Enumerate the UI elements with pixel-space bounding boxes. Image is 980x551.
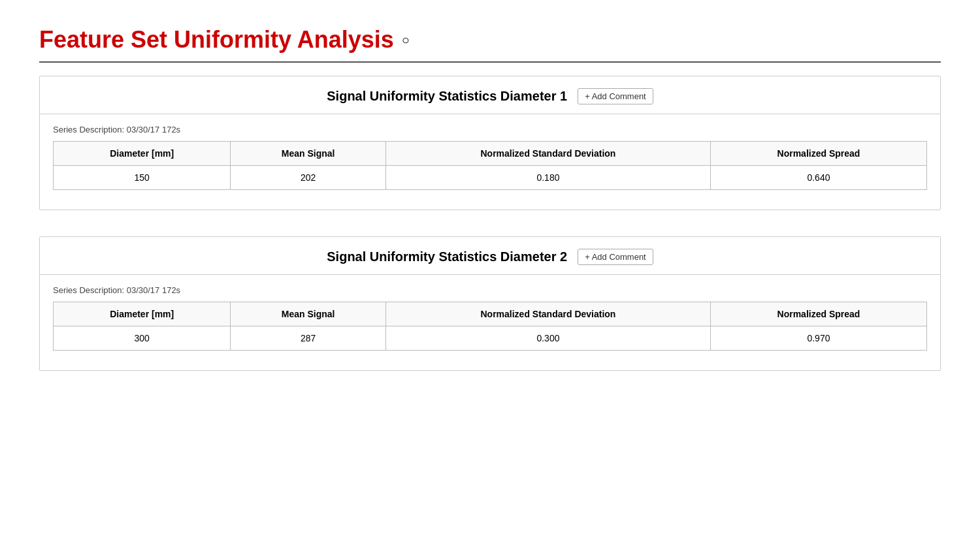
col-header-diameter-2: Diameter [mm]	[54, 302, 231, 326]
series-description-2: Series Description: 03/30/17 172s	[40, 285, 940, 295]
col-header-norm-std-1: Normalized Standard Deviation	[385, 142, 710, 166]
section-1-title: Signal Uniformity Statistics Diameter 1	[327, 89, 567, 104]
col-header-norm-spread-1: Normalized Spread	[710, 142, 926, 166]
section-2-title: Signal Uniformity Statistics Diameter 2	[327, 249, 567, 264]
cell-norm-std-1-row1: 0.180	[385, 166, 710, 190]
cell-mean-signal-1-row1: 202	[231, 166, 386, 190]
cell-diameter-1-row1: 150	[54, 166, 231, 190]
series-description-1: Series Description: 03/30/17 172s	[40, 125, 940, 134]
col-header-diameter-1: Diameter [mm]	[54, 142, 231, 166]
col-header-norm-spread-2: Normalized Spread	[710, 302, 926, 326]
section-diameter-2: Signal Uniformity Statistics Diameter 2 …	[39, 236, 941, 371]
add-comment-button-1[interactable]: + Add Comment	[578, 88, 653, 104]
table-1: Diameter [mm] Mean Signal Normalized Sta…	[53, 141, 927, 190]
section-2-header: Signal Uniformity Statistics Diameter 2 …	[40, 237, 940, 275]
table-1-header-row: Diameter [mm] Mean Signal Normalized Sta…	[54, 142, 927, 166]
table-row: 150 202 0.180 0.640	[54, 166, 927, 190]
page-title: Feature Set Uniformity Analysis	[39, 26, 394, 54]
table-2: Diameter [mm] Mean Signal Normalized Sta…	[53, 302, 927, 351]
section-diameter-1: Signal Uniformity Statistics Diameter 1 …	[39, 76, 941, 210]
title-circle-icon: ○	[402, 33, 410, 48]
add-comment-button-2[interactable]: + Add Comment	[578, 249, 653, 265]
cell-diameter-2-row1: 300	[54, 326, 231, 351]
cell-norm-spread-2-row1: 0.970	[710, 326, 926, 351]
col-header-norm-std-2: Normalized Standard Deviation	[385, 302, 710, 326]
cell-norm-std-2-row1: 0.300	[385, 326, 710, 351]
cell-mean-signal-2-row1: 287	[231, 326, 386, 351]
table-2-header-row: Diameter [mm] Mean Signal Normalized Sta…	[54, 302, 927, 326]
col-header-mean-signal-1: Mean Signal	[231, 142, 386, 166]
cell-norm-spread-1-row1: 0.640	[710, 166, 926, 190]
col-header-mean-signal-2: Mean Signal	[231, 302, 386, 326]
page-title-row: Feature Set Uniformity Analysis ○	[39, 26, 941, 54]
top-divider	[39, 61, 941, 63]
section-1-header: Signal Uniformity Statistics Diameter 1 …	[40, 76, 940, 114]
table-row: 300 287 0.300 0.970	[54, 326, 927, 351]
page-container: Feature Set Uniformity Analysis ○ Signal…	[0, 0, 980, 423]
